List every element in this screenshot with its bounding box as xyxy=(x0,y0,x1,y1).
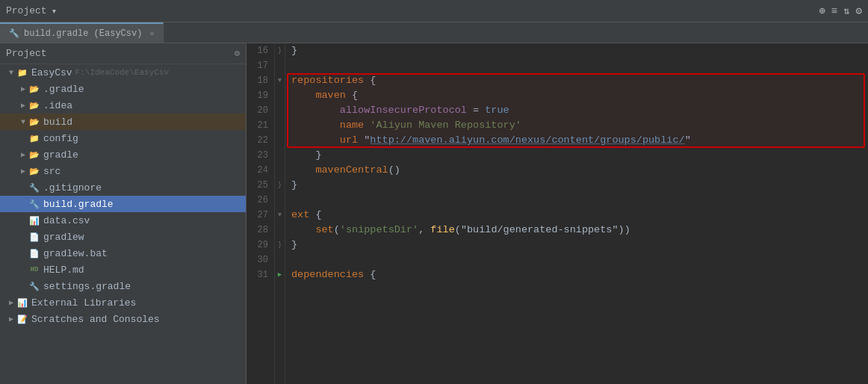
config-label: config xyxy=(43,133,78,144)
tree-item-config[interactable]: ▶ 📁 config xyxy=(0,130,246,146)
gutter-30 xyxy=(275,253,285,267)
code-28-quote4: " xyxy=(612,223,618,238)
set-kw: set xyxy=(315,223,333,238)
data-csv-icon: 📊 xyxy=(28,214,40,226)
gitignore-label: .gitignore xyxy=(43,182,102,193)
tab-close-button[interactable]: ✕ xyxy=(149,29,154,38)
src-folder-icon: 📂 xyxy=(28,165,40,177)
fold-arrow-25[interactable]: } xyxy=(278,178,282,193)
tree-item-external-libraries[interactable]: ▶ 📊 External Libraries xyxy=(0,294,246,311)
tree-item-build[interactable]: ▼ 📂 build xyxy=(0,114,246,130)
tree-item-src[interactable]: ▶ 📂 src xyxy=(0,163,246,179)
tree-item-gradlew-bat[interactable]: ▶ 📄 gradlew.bat xyxy=(0,245,246,261)
gutter-28 xyxy=(275,223,285,238)
main-content: Project ⚙ ▼ 📁 EasyCsv F:\IdeaCode\EasyCs… xyxy=(0,43,868,384)
idea-folder-icon: 📂 xyxy=(28,99,40,111)
code-content[interactable]: } repositories { maven { xyxy=(285,43,868,282)
fold-arrow-18[interactable]: ▼ xyxy=(278,73,282,88)
tree-item-settings-gradle[interactable]: ▶ 🔧 settings.gradle xyxy=(0,278,246,294)
mavenCentral-kw: mavenCentral xyxy=(315,163,388,178)
tree-item-help-md[interactable]: ▶ HD HELP.md xyxy=(0,261,246,278)
line-num-21: 21 xyxy=(249,118,268,133)
line-num-18: 18 xyxy=(249,73,268,88)
idea-chevron: ▶ xyxy=(18,100,28,111)
line-num-19: 19 xyxy=(249,88,268,103)
settings-gradle-label: settings.gradle xyxy=(43,281,131,292)
help-md-icon: HD xyxy=(28,264,40,276)
line-num-27: 27 xyxy=(249,208,268,223)
project-label-area: Project ▾ xyxy=(6,5,57,17)
tree-item-gradle-dir[interactable]: ▶ 📂 gradle xyxy=(0,146,246,163)
ext-lib-chevron: ▶ xyxy=(6,297,16,308)
idea-label: .idea xyxy=(43,100,72,111)
code-text-16: } xyxy=(291,43,297,58)
build-gradle-icon: 🔧 xyxy=(28,198,40,210)
line-num-20: 20 xyxy=(249,103,268,118)
line-num-17: 17 xyxy=(249,58,268,73)
fold-arrow-16[interactable]: } xyxy=(278,43,282,58)
file-kw: file xyxy=(430,223,454,238)
gutter: } ▼ } ▼ } ▶ xyxy=(275,43,285,384)
gutter-25: } xyxy=(275,178,285,193)
fold-arrow-27[interactable]: ▼ xyxy=(278,208,282,223)
config-folder-icon: 📁 xyxy=(28,132,40,144)
gradlew-label: gradlew xyxy=(43,232,84,243)
tree-item-scratches[interactable]: ▶ 📝 Scratches and Consoles xyxy=(0,311,246,327)
fold-arrow-31[interactable]: ▶ xyxy=(278,267,282,282)
line-num-23: 23 xyxy=(249,148,268,163)
gutter-23 xyxy=(275,148,285,163)
code-line-21: name 'Aliyun Maven Repository' xyxy=(291,118,862,133)
tree-item-gradlew[interactable]: ▶ 📄 gradlew xyxy=(0,229,246,245)
gutter-31: ▶ xyxy=(275,267,285,282)
code-line-30 xyxy=(291,253,862,267)
code-28-indent xyxy=(291,223,315,238)
settings-icon[interactable]: ⚙ xyxy=(235,48,240,59)
code-28-p1: ( xyxy=(334,223,340,238)
editor: 16 17 18 19 20 21 22 23 24 25 26 27 28 2… xyxy=(247,43,868,384)
ext-lib-label: External Libraries xyxy=(31,297,136,309)
gutter-24 xyxy=(275,163,285,178)
sidebar: Project ⚙ ▼ 📁 EasyCsv F:\IdeaCode\EasyCs… xyxy=(0,43,247,384)
gutter-27: ▼ xyxy=(275,208,285,223)
code-22-quote2: " xyxy=(685,133,691,148)
tree-item-build-gradle[interactable]: ▶ 🔧 build.gradle xyxy=(0,196,246,212)
list-icon[interactable]: ≡ xyxy=(831,5,837,17)
line-num-29: 29 xyxy=(249,238,268,253)
build-gradle-tab[interactable]: 🔧 build.gradle (EasyCsv) ✕ xyxy=(0,22,164,43)
code-20-indent xyxy=(291,103,340,118)
gradlew-bat-label: gradlew.bat xyxy=(43,248,108,259)
sidebar-title: Project xyxy=(6,48,47,59)
sort-icon[interactable]: ⇅ xyxy=(843,4,849,17)
code-line-22: url " http://maven.aliyun.com/nexus/cont… xyxy=(291,133,862,148)
code-24-parens: () xyxy=(388,163,400,178)
gradle-dir-label: gradle xyxy=(43,149,78,161)
code-28-p2: ( xyxy=(455,223,461,238)
tree-item-gradle[interactable]: ▶ 📂 .gradle xyxy=(0,81,246,97)
code-line-29: } xyxy=(291,238,862,253)
add-icon[interactable]: ⊕ xyxy=(819,4,825,17)
fold-arrow-29[interactable]: } xyxy=(278,238,282,253)
maven-kw: maven xyxy=(315,88,346,103)
code-28-p3: )) xyxy=(619,223,630,238)
dropdown-icon[interactable]: ▾ xyxy=(52,5,58,17)
gradlew-bat-icon: 📄 xyxy=(28,247,40,259)
build-folder-icon: 📂 xyxy=(28,116,40,128)
help-md-label: HELP.md xyxy=(43,264,84,276)
tree-item-gitignore[interactable]: ▶ 🔧 .gitignore xyxy=(0,179,246,196)
name-kw: name xyxy=(340,118,364,133)
sidebar-header-icons: ⚙ xyxy=(235,48,240,59)
gear-icon[interactable]: ⚙ xyxy=(856,4,862,17)
data-csv-label: data.csv xyxy=(43,215,90,226)
gutter-18: ▼ xyxy=(275,73,285,88)
sidebar-header: Project ⚙ xyxy=(0,43,246,64)
build-path: build/generated-snippets xyxy=(467,223,612,238)
gradlew-icon: 📄 xyxy=(28,231,40,243)
tree-root[interactable]: ▼ 📁 EasyCsv F:\IdeaCode\EasyCsv xyxy=(0,64,246,81)
code-31-brace: { xyxy=(364,267,376,282)
gutter-16: } xyxy=(275,43,285,58)
code-19-brace: { xyxy=(346,88,358,103)
code-line-24: mavenCentral () xyxy=(291,163,862,178)
tree-item-idea[interactable]: ▶ 📂 .idea xyxy=(0,97,246,114)
settings-gradle-icon: 🔧 xyxy=(28,280,40,292)
tree-item-data-csv[interactable]: ▶ 📊 data.csv xyxy=(0,212,246,229)
